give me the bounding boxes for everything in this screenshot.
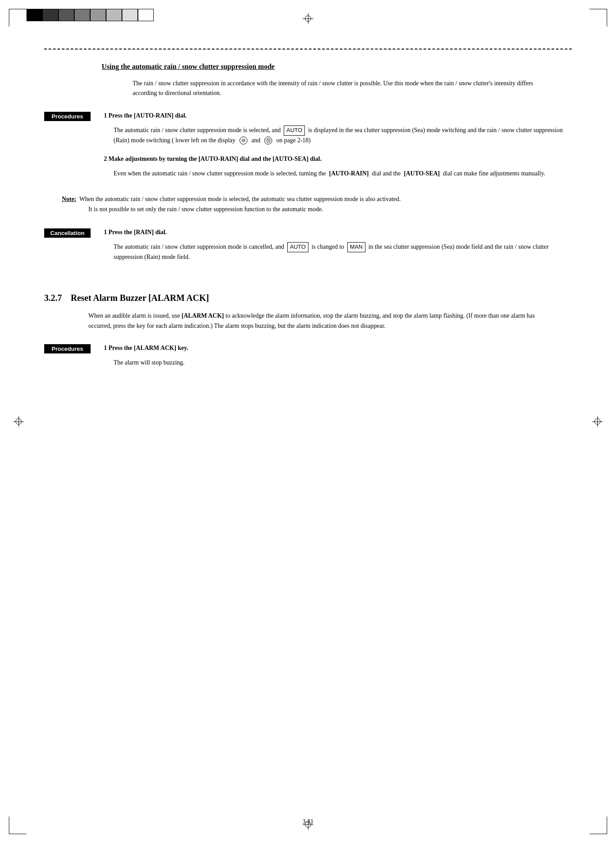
crosshair-top	[303, 13, 313, 24]
section-327-step1-detail: The alarm will stop buzzing.	[114, 358, 572, 368]
step1-detail-end: on page 2-18)	[276, 137, 311, 144]
step1-detail-prefix: The automatic rain / snow clutter suppre…	[114, 127, 281, 133]
procedures-row-1: Procedures 1 Press the [AUTO-RAIN] dial.…	[44, 111, 572, 188]
header-bar	[27, 9, 154, 21]
step1-title: 1 Press the [AUTO-RAIN] dial.	[104, 111, 572, 120]
cancel-step1-detail: The automatic rain / snow clutter suppre…	[114, 242, 572, 262]
procedures-content: 1 Press the [AUTO-RAIN] dial. The automa…	[104, 111, 572, 188]
step2-detail-prefix: Even when the automatic rain / snow clut…	[114, 170, 326, 177]
header-box-0	[27, 9, 42, 21]
man-box-cancel: MAN	[347, 242, 365, 252]
step2-title: 2 Make adjustments by turning the [AUTO-…	[104, 154, 572, 163]
corner-mark-bl	[9, 816, 27, 834]
crosshair-left	[13, 416, 24, 427]
cancellation-content: 1 Press the [RAIN] dial. The automatic r…	[104, 228, 572, 271]
intro-paragraph: The rain / snow clutter suppression in a…	[133, 79, 554, 99]
and-text: and	[251, 137, 260, 144]
section-327-step1-title: 1 Press the [ALARM ACK] key.	[104, 343, 572, 353]
section-327-title: Reset Alarm Buzzer [ALARM ACK]	[71, 293, 209, 303]
circle-10: ⑩	[240, 137, 247, 144]
section-327-container: 3.2.7 Reset Alarm Buzzer [ALARM ACK] Whe…	[44, 293, 572, 376]
cancellation-row: Cancellation 1 Press the [RAIN] dial. Th…	[44, 228, 572, 271]
auto-box-cancel: AUTO	[287, 242, 308, 252]
note-label: Note:	[62, 196, 76, 202]
step2-detail: Even when the automatic rain / snow clut…	[114, 169, 572, 178]
step1-title-text: 1 Press the [AUTO-RAIN] dial.	[104, 112, 186, 119]
note-text2: It is not possible to set only the rain …	[88, 206, 323, 213]
section-title: Using the automatic rain / snow clutter …	[102, 63, 572, 71]
step2-title-text: 2 Make adjustments by turning the [AUTO-…	[104, 156, 322, 162]
header-box-1	[42, 9, 58, 21]
header-box-7	[138, 9, 154, 21]
main-content: Using the automatic rain / snow clutter …	[44, 49, 572, 808]
cancel-step1-title-text: 1 Press the [RAIN] dial.	[104, 229, 167, 235]
corner-mark-tr	[589, 9, 607, 27]
section-327-procedures-row: Procedures 1 Press the [ALARM ACK] key. …	[44, 343, 572, 376]
header-box-4	[90, 9, 106, 21]
section-327-procedures-badge: Procedures	[44, 344, 91, 353]
alarm-ack-bold: [ALARM ACK]	[182, 312, 224, 319]
page-number: 3-11	[302, 818, 313, 825]
section-327-proc-content: 1 Press the [ALARM ACK] key. The alarm w…	[104, 343, 572, 376]
crosshair-right	[592, 416, 603, 427]
step1-detail: The automatic rain / snow clutter suppre…	[114, 125, 572, 145]
step2-middle: dial and the	[372, 170, 401, 177]
header-box-6	[122, 9, 138, 21]
auto-sea-bold: [AUTO-SEA]	[404, 170, 440, 177]
note-block: Note: When the automatic rain / snow clu…	[62, 194, 554, 214]
cancel-step1-title: 1 Press the [RAIN] dial.	[104, 228, 572, 237]
auto-rain-bold: [AUTO-RAIN]	[329, 170, 369, 177]
circle-11: ⑪	[264, 137, 272, 144]
section-327-intro: When an audible alarm is issued, use [AL…	[88, 311, 554, 331]
cancel-detail-prefix: The automatic rain / snow clutter suppre…	[114, 243, 284, 250]
dashed-separator	[44, 49, 572, 49]
section-327-step1-title-text: 1 Press the [ALARM ACK] key.	[104, 345, 188, 351]
note-text1: When the automatic rain / snow clutter s…	[79, 196, 400, 202]
page: Using the automatic rain / snow clutter …	[0, 0, 616, 843]
section-327-intro-text-pre: When an audible alarm is issued, use	[88, 312, 182, 319]
step2-detail-suffix: dial can make fine adjustments manually.	[443, 170, 545, 177]
auto-box-1: AUTO	[284, 125, 305, 136]
corner-mark-tl	[9, 9, 27, 27]
cancel-detail-middle: is changed to	[312, 243, 344, 250]
section-327-number: 3.2.7	[44, 293, 62, 303]
section-327-header: 3.2.7 Reset Alarm Buzzer [ALARM ACK]	[44, 293, 572, 303]
section-327-step1-detail-text: The alarm will stop buzzing.	[114, 359, 185, 366]
procedures-badge: Procedures	[44, 112, 91, 121]
corner-mark-br	[589, 816, 607, 834]
header-box-3	[74, 9, 90, 21]
header-box-2	[58, 9, 74, 21]
cancellation-badge: Cancellation	[44, 228, 91, 238]
header-box-5	[106, 9, 122, 21]
